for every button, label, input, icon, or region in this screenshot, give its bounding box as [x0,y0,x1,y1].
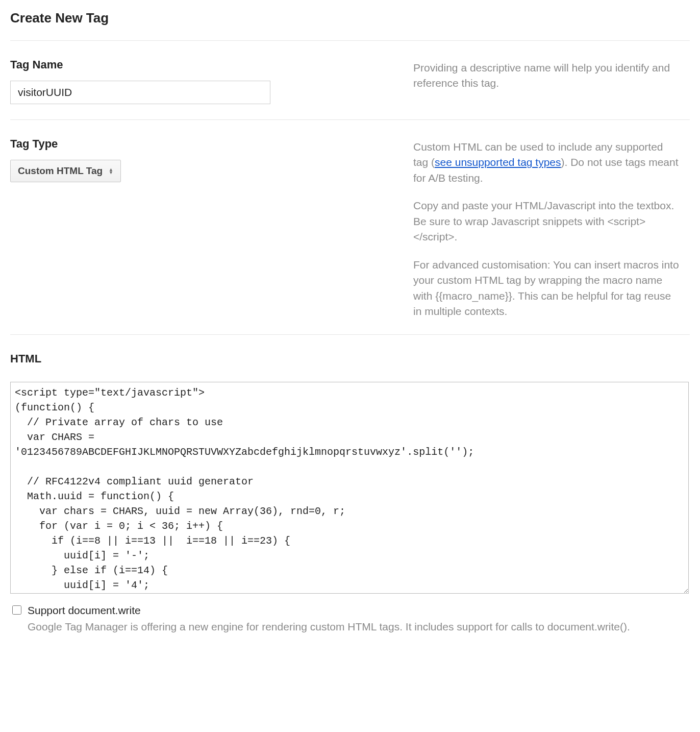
tag-type-help-2: Copy and paste your HTML/Javascript into… [413,198,680,245]
tag-type-label: Tag Type [10,137,413,151]
tag-type-section: Tag Type Custom HTML Tag ▲▼ Custom HTML … [10,120,690,334]
support-docwrite-checkbox[interactable] [12,605,21,615]
tag-type-selected-value: Custom HTML Tag [18,165,103,177]
support-docwrite-row: Support document.write Google Tag Manage… [10,603,690,634]
tag-type-help-1: Custom HTML can be used to include any s… [413,139,680,186]
html-label: HTML [10,352,690,365]
support-docwrite-label: Support document.write [28,603,630,618]
html-section: HTML Support document.write Google Tag M… [10,335,690,634]
tag-name-input[interactable] [10,81,270,104]
tag-type-select[interactable]: Custom HTML Tag ▲▼ [10,160,121,182]
tag-name-help: Providing a descriptive name will help y… [413,60,680,91]
tag-type-help-3: For advanced customisation: You can inse… [413,257,680,320]
unsupported-tag-types-link[interactable]: see unsupported tag types [435,156,561,168]
html-textarea[interactable] [10,382,689,594]
support-docwrite-help: Google Tag Manager is offering a new eng… [28,619,630,634]
tag-name-section: Tag Name Providing a descriptive name wi… [10,41,690,119]
updown-icon: ▲▼ [109,168,113,174]
tag-name-label: Tag Name [10,58,413,71]
page-title: Create New Tag [10,10,690,26]
